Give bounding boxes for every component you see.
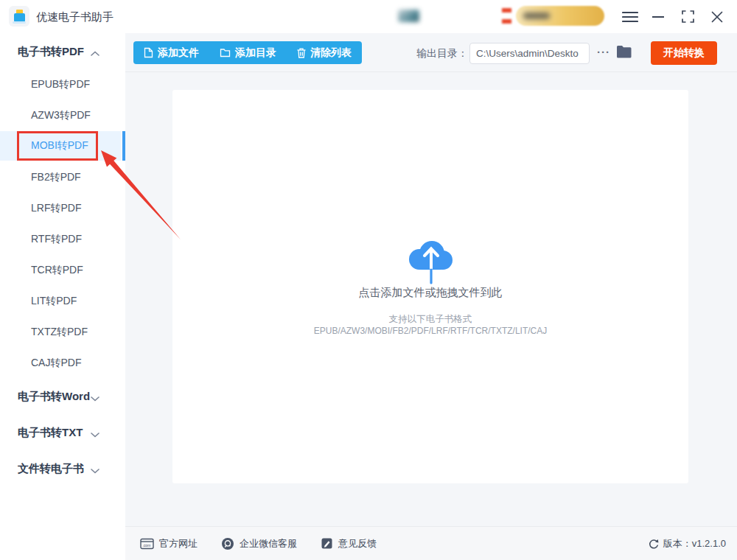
sidebar-item-rtf-to-pdf[interactable]: RTF转PDF [0,224,125,255]
clear-list-button[interactable]: 清除列表 [287,41,362,64]
title-bar: 优速电子书助手 [0,0,737,33]
minimize-button[interactable] [649,0,667,33]
maximize-button[interactable] [678,0,697,33]
wechat-service-link[interactable]: 企业微信客服 [221,537,297,550]
sidebar-group-label: 文件转电子书 [18,462,84,476]
footer-bar: .com 官方网址 企业微信客服 意见反馈 [125,526,737,560]
sidebar-item-txtz-to-pdf[interactable]: TXTZ转PDF [0,317,125,348]
sidebar-item-azw3-to-pdf[interactable]: AZW3转PDF [0,100,125,131]
trash-icon [297,48,306,58]
sidebar-item-tcr-to-pdf[interactable]: TCR转PDF [0,255,125,286]
website-icon: .com [140,538,154,550]
version-info: 版本：v1.2.1.0 [648,527,726,560]
file-actions-group: 添加文件 添加目录 清除列表 [133,41,362,64]
chevron-down-icon [91,463,99,476]
dropzone-hint: 点击添加文件或拖拽文件到此 [172,286,688,300]
sidebar-group-file-to-ebook[interactable]: 文件转电子书 [0,453,125,484]
file-icon [144,47,153,58]
open-folder-icon[interactable] [616,45,634,61]
dropzone-panel[interactable]: 点击添加文件或拖拽文件到此 支持以下电子书格式 EPUB/AZW3/MOBI/F… [172,90,688,483]
sidebar-group-ebook-to-txt[interactable]: 电子书转TXT [0,417,125,448]
refresh-icon[interactable] [648,539,659,550]
sidebar-group-label: 电子书转TXT [18,426,83,440]
sidebar-group-label: 电子书转PDF [18,45,84,59]
official-site-link[interactable]: .com 官方网址 [140,537,198,550]
redacted-badge-icon[interactable] [502,8,511,24]
svg-text:.com: .com [142,543,150,547]
menu-icon[interactable] [620,0,640,33]
sidebar-item-lit-to-pdf[interactable]: LIT转PDF [0,286,125,317]
cloud-upload-icon [401,237,460,287]
sidebar-group-ebook-to-word[interactable]: 电子书转Word [0,381,125,412]
add-folder-button[interactable]: 添加目录 [209,41,287,64]
close-button[interactable] [707,0,727,33]
feedback-icon [321,537,333,550]
version-text: 版本：v1.2.1.0 [663,537,726,550]
toolbar: 添加文件 添加目录 清除列表 输出目录： ··· [125,33,737,72]
sidebar-item-lrf-to-pdf[interactable]: LRF转PDF [0,193,125,224]
chevron-up-icon [91,46,99,59]
feedback-link[interactable]: 意见反馈 [321,537,377,550]
start-convert-button[interactable]: 开始转换 [651,41,717,65]
output-dir-input[interactable] [469,43,590,64]
chevron-down-icon [91,427,99,440]
add-files-button[interactable]: 添加文件 [133,41,209,64]
app-logo-icon [9,6,29,27]
sidebar-item-caj-to-pdf[interactable]: CAJ转PDF [0,348,125,379]
redacted-account-icon[interactable] [398,10,419,22]
sidebar: 电子书转PDF EPUB转PDF AZW3转PDF MOBI转PDF FB2转P… [0,33,125,560]
folder-icon [220,48,231,57]
wechat-service-icon [221,537,234,550]
sidebar-group-ebook-to-pdf[interactable]: 电子书转PDF [0,36,125,67]
browse-more-button[interactable]: ··· [594,41,613,63]
sidebar-item-mobi-to-pdf[interactable]: MOBI转PDF [0,131,121,161]
sidebar-item-fb2-to-pdf[interactable]: FB2转PDF [0,162,125,193]
supported-formats-list: EPUB/AZW3/MOBI/FB2/PDF/LRF/RTF/TCR/TXTZ/… [172,326,688,336]
app-title: 优速电子书助手 [36,10,113,24]
sidebar-item-epub-to-pdf[interactable]: EPUB转PDF [0,69,125,100]
supported-formats-title: 支持以下电子书格式 [172,313,688,326]
redacted-vip-button[interactable] [516,6,604,26]
sidebar-group-label: 电子书转Word [18,390,90,404]
main-area: 添加文件 添加目录 清除列表 输出目录： ··· [125,33,737,560]
output-dir-label: 输出目录： [416,47,468,60]
app-window: 优速电子书助手 电子书转PDF EPUB转PDF AZW3 [0,0,737,560]
chevron-down-icon [91,391,99,404]
